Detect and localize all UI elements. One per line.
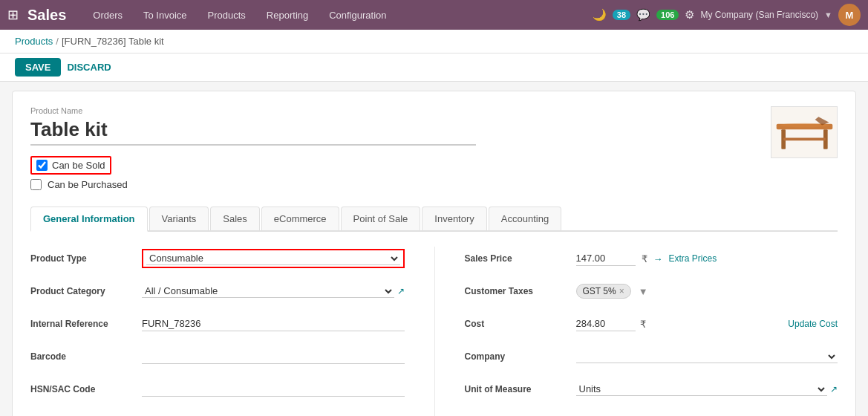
checkbox-group: Can be Sold Can be Purchased [30,156,771,190]
internal-reference-label: Internal Reference [30,319,142,329]
menu-to-invoice[interactable]: To Invoice [134,5,196,25]
tab-sales[interactable]: Sales [210,207,260,230]
hsn-code-input[interactable] [142,382,405,397]
form-grid: Product Type Consumable Storable Product… [30,247,838,416]
menu-orders[interactable]: Orders [84,5,131,25]
product-type-highlight: Consumable Storable Product Service [142,249,405,268]
sales-price-row: Sales Price ₹ → Extra Prices [465,247,838,270]
can-be-sold-checkbox[interactable] [36,160,48,171]
settings-icon[interactable]: ⚙ [685,8,694,22]
tab-general-information[interactable]: General Information [30,207,148,232]
company-selector[interactable]: My Company (San Francisco) [700,10,818,20]
can-be-purchased-checkbox[interactable] [30,179,42,190]
svg-rect-3 [783,137,826,140]
tab-accounting[interactable]: Accounting [489,207,561,230]
tab-point-of-sale[interactable]: Point of Sale [341,207,421,230]
menu-configuration[interactable]: Configuration [320,5,395,25]
sales-price-label: Sales Price [465,253,576,264]
product-type-label: Product Type [30,253,142,264]
product-type-select[interactable]: Consumable Storable Product Service [146,252,400,265]
tab-ecommerce[interactable]: eCommerce [261,207,339,230]
top-navigation: ⊞ Sales Orders To Invoice Products Repor… [0,0,868,30]
can-be-purchased-label: Can be Purchased [48,179,128,190]
product-category-select-row: All / Consumable ↗ [142,285,405,298]
can-be-sold-row: Can be Sold [30,156,771,175]
product-category-row: Product Category All / Consumable ↗ [30,279,405,303]
can-be-purchased-row: Can be Purchased [30,179,771,190]
company-select[interactable] [576,350,838,363]
cost-row: Cost ₹ Update Cost [465,312,838,336]
hsn-code-label: HSN/SAC Code [30,384,142,394]
product-name-input[interactable] [30,118,476,146]
notification-badge[interactable]: 38 [613,10,630,20]
cost-value: ₹ Update Cost [576,316,838,331]
save-button[interactable]: SAVE [15,58,61,77]
unit-of-measure-row: Unit of Measure Units ↗ [465,377,838,401]
product-type-value: Consumable Storable Product Service [142,249,405,268]
product-category-value: All / Consumable ↗ [142,285,405,298]
hsn-code-row: HSN/SAC Code [30,377,405,401]
unit-of-measure-select[interactable]: Units [576,383,828,396]
form-right-column: Sales Price ₹ → Extra Prices Customer Ta… [434,247,838,416]
internal-reference-value [142,316,405,331]
company-value [576,350,838,363]
sales-price-input[interactable] [576,251,636,266]
barcode-label: Barcode [30,351,142,362]
unit-of-measure-value: Units ↗ [576,383,838,396]
brand-title: Sales [27,7,66,24]
customer-taxes-value: GST 5% × ▼ [576,284,838,299]
product-category-ext-link[interactable]: ↗ [397,286,405,296]
moon-icon[interactable]: 🌙 [593,8,607,22]
internal-reference-row: Internal Reference [30,312,405,336]
menu-products[interactable]: Products [199,5,255,25]
barcode-row: Barcode [30,345,405,368]
breadcrumb: Products / [FURN_78236] Table kit [0,30,868,53]
unit-ext-link[interactable]: ↗ [830,384,838,394]
currency-symbol: ₹ [642,253,647,264]
hsn-desc-row: HSN/SAC Description [30,410,405,416]
taxes-dropdown-icon[interactable]: ▼ [639,286,648,297]
tab-variants[interactable]: Variants [149,207,209,230]
sales-price-value: ₹ → Extra Prices [576,251,838,266]
message-badge[interactable]: 106 [656,10,679,20]
user-avatar[interactable]: M [838,4,861,26]
company-row: Company [465,345,838,368]
tab-inventory[interactable]: Inventory [422,207,486,230]
breadcrumb-current: [FURN_78236] Table kit [62,36,164,47]
tax-remove-button[interactable]: × [619,286,624,296]
tab-content-general: Product Type Consumable Storable Product… [30,232,838,416]
unit-of-measure-label: Unit of Measure [465,384,576,394]
menu-reporting[interactable]: Reporting [258,5,317,25]
topnav-right-area: 🌙 38 💬 106 ⚙ My Company (San Francisco) … [593,4,861,26]
barcode-value [142,349,405,364]
extra-prices-link[interactable]: Extra Prices [669,253,717,264]
product-header-left: Product Name Can be Sold Can be Purchase… [30,106,771,195]
product-type-row: Product Type Consumable Storable Product… [30,247,405,270]
cost-input[interactable] [576,316,636,331]
breadcrumb-parent[interactable]: Products [15,36,53,47]
cost-label: Cost [465,319,576,329]
breadcrumb-separator: / [56,36,59,47]
tax-badge: GST 5% × [576,284,631,299]
internal-reference-input[interactable] [142,316,405,331]
can-be-sold-highlight: Can be Sold [30,156,111,175]
product-category-select[interactable]: All / Consumable [142,285,394,298]
purchase-unit-row: Purchase Unit of Measure Units ↗ [465,410,838,416]
product-tabs: General Information Variants Sales eComm… [30,207,838,232]
apps-menu-icon[interactable]: ⊞ [7,7,19,23]
cost-currency-symbol: ₹ [640,319,646,330]
product-category-label: Product Category [30,286,142,296]
form-left-column: Product Type Consumable Storable Product… [30,247,434,416]
arrow-icon: → [653,253,663,264]
product-name-label: Product Name [30,106,771,115]
update-cost-link[interactable]: Update Cost [788,319,838,329]
company-dropdown-icon[interactable]: ▼ [824,10,832,19]
can-be-sold-label: Can be Sold [52,160,105,171]
customer-taxes-row: Customer Taxes GST 5% × ▼ [465,279,838,303]
barcode-input[interactable] [142,349,405,364]
discard-button[interactable]: DISCARD [67,62,111,73]
product-form: Product Name Can be Sold Can be Purchase… [12,91,856,416]
customer-taxes-label: Customer Taxes [465,286,576,296]
chat-icon[interactable]: 💬 [636,8,650,22]
main-menu: Orders To Invoice Products Reporting Con… [84,5,593,25]
